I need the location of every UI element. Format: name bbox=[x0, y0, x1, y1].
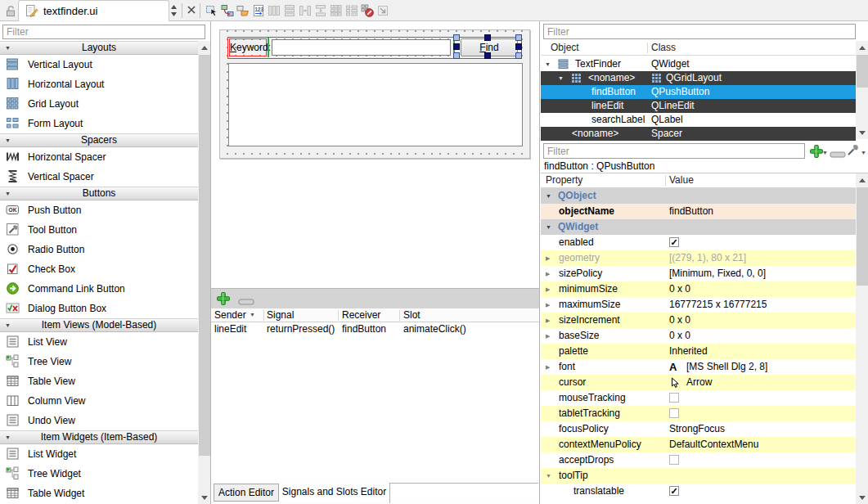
widgetbox-item[interactable]: Grid Layout bbox=[0, 94, 198, 114]
text-edit-area[interactable] bbox=[228, 63, 523, 146]
property-editor-scrollbar[interactable] bbox=[856, 173, 868, 504]
checkbox-checked-icon[interactable]: ✓ bbox=[669, 237, 679, 247]
property-expander-icon[interactable]: ▶ bbox=[546, 328, 550, 344]
edit-tab-order-icon[interactable]: 123 bbox=[251, 3, 266, 18]
property-value[interactable]: [MS Shell Dlg 2, 8] bbox=[686, 359, 767, 375]
widgetbox-item[interactable]: Dialog Button Box bbox=[0, 299, 198, 318]
object-inspector-header[interactable]: Object Class bbox=[541, 41, 856, 56]
widgetbox-item[interactable]: Vertical Layout bbox=[0, 55, 198, 74]
scrollbar-thumb[interactable] bbox=[857, 55, 868, 88]
property-row-translatable[interactable]: translatable✓ bbox=[541, 484, 856, 499]
section-header-item-widgets-item-based-[interactable]: ▼Item Widgets (Item-Based) bbox=[0, 430, 198, 444]
tab-signals-and-slots-editor[interactable]: Signals and Slots Editor bbox=[279, 484, 389, 502]
selection-mid-handle[interactable] bbox=[484, 34, 491, 41]
object-inspector-filter-input[interactable] bbox=[543, 24, 856, 39]
widgetbox-item[interactable]: Radio Button bbox=[0, 240, 198, 259]
section-header-spacers[interactable]: ▼Spacers bbox=[0, 133, 198, 147]
signals-column-sender[interactable]: Sender bbox=[214, 308, 246, 322]
signals-cell[interactable]: animateClick() bbox=[403, 322, 466, 335]
property-row-sizepolicy[interactable]: ▶sizePolicy[Minimum, Fixed, 0, 0] bbox=[541, 266, 856, 281]
signals-column-signal[interactable]: Signal bbox=[267, 308, 294, 322]
property-expander-icon[interactable]: ▼ bbox=[546, 468, 551, 484]
layout-horizontal-splitter-icon[interactable] bbox=[298, 3, 313, 18]
property-row-maximumsize[interactable]: ▶maximumSize16777215 x 16777215 bbox=[541, 297, 856, 313]
widgetbox-item[interactable]: Form Layout bbox=[0, 114, 198, 133]
signals-cell[interactable]: findButton bbox=[342, 322, 386, 335]
signals-table-header[interactable]: SenderSignalReceiverSlot▼ bbox=[211, 308, 539, 322]
close-icon[interactable] bbox=[186, 4, 197, 18]
configure-icon[interactable] bbox=[846, 143, 860, 160]
property-expander-icon[interactable]: ▶ bbox=[546, 266, 550, 281]
property-value[interactable]: 16777215 x 16777215 bbox=[669, 297, 767, 313]
signals-table-row[interactable]: lineEditreturnPressed()findButtonanimate… bbox=[211, 322, 539, 336]
property-row-enabled[interactable]: enabled✓ bbox=[541, 235, 856, 250]
tab-spin-icon[interactable] bbox=[169, 3, 178, 20]
break-layout-icon[interactable] bbox=[360, 3, 375, 18]
object-row-noname[interactable]: <noname>Spacer bbox=[541, 127, 856, 141]
checkbox-unchecked-icon[interactable] bbox=[669, 455, 679, 465]
scroll-up-icon[interactable] bbox=[198, 41, 211, 54]
property-row-sizeincrement[interactable]: ▶sizeIncrement0 x 0 bbox=[541, 313, 856, 328]
widgetbox-item[interactable]: OKPush Button bbox=[0, 200, 198, 220]
form-file-tab[interactable]: textfinder.ui bbox=[18, 0, 169, 21]
object-row-searchLabel[interactable]: searchLabelQLabel bbox=[541, 113, 856, 127]
property-value[interactable]: Inherited bbox=[669, 344, 708, 359]
object-row-noname[interactable]: ▼<noname>QGridLayout bbox=[541, 71, 856, 85]
widgetbox-item[interactable]: Tool Button bbox=[0, 220, 198, 240]
layout-vertical-icon[interactable] bbox=[282, 3, 297, 18]
section-header-buttons[interactable]: ▼Buttons bbox=[0, 187, 198, 200]
property-expander-icon[interactable]: ▶ bbox=[546, 359, 550, 375]
object-row-TextFinder[interactable]: ▼TextFinderQWidget bbox=[541, 57, 856, 71]
property-expander-icon[interactable]: ▶ bbox=[546, 281, 550, 297]
property-row-focuspolicy[interactable]: focusPolicyStrongFocus bbox=[541, 421, 856, 437]
widgetbox-item[interactable]: Vertical Spacer bbox=[0, 167, 198, 187]
property-value[interactable]: 0 x 0 bbox=[669, 328, 690, 344]
widgetbox-item[interactable]: Horizontal Layout bbox=[0, 74, 198, 94]
selection-mid-handle[interactable] bbox=[484, 52, 491, 59]
selection-corner-handle[interactable] bbox=[515, 34, 522, 41]
property-row-acceptdrops[interactable]: acceptDrops bbox=[541, 452, 856, 468]
signals-cell[interactable]: returnPressed() bbox=[267, 322, 335, 335]
property-value[interactable]: 0 x 0 bbox=[669, 313, 690, 328]
property-expander-icon[interactable]: ▶ bbox=[546, 313, 550, 328]
property-editor-header[interactable]: Property Value bbox=[541, 173, 856, 188]
widgetbox-item[interactable]: Tree Widget bbox=[0, 464, 198, 484]
selection-corner-handle[interactable] bbox=[453, 52, 460, 59]
adjust-size-icon[interactable] bbox=[376, 3, 390, 18]
form-textfinder[interactable]: Keyword:Find bbox=[219, 29, 530, 159]
dropdown-arrow-icon[interactable]: ▼ bbox=[861, 150, 866, 155]
layout-vertical-splitter-icon[interactable] bbox=[313, 3, 328, 18]
scroll-down-icon[interactable] bbox=[856, 126, 868, 139]
object-inspector-scrollbar[interactable] bbox=[856, 41, 868, 139]
widgetbox-filter-input[interactable] bbox=[2, 25, 205, 39]
widgetbox-item[interactable]: Undo View bbox=[0, 411, 198, 430]
line-edit[interactable] bbox=[272, 39, 451, 56]
scroll-down-icon[interactable] bbox=[856, 491, 868, 504]
layout-horizontal-icon[interactable] bbox=[267, 3, 281, 18]
property-row-geometry[interactable]: ▶geometry[(279, 1), 80 x 21] bbox=[541, 250, 856, 266]
widgetbox-scrollbar[interactable] bbox=[198, 41, 211, 504]
tab-action-editor[interactable]: Action Editor bbox=[214, 484, 279, 502]
property-row-mousetracking[interactable]: mouseTracking bbox=[541, 390, 856, 406]
add-connection-icon[interactable] bbox=[216, 291, 231, 308]
checkbox-unchecked-icon[interactable] bbox=[669, 408, 679, 418]
scroll-up-icon[interactable] bbox=[856, 41, 868, 54]
widgetbox-item[interactable]: Check Box bbox=[0, 259, 198, 279]
signals-column-receiver[interactable]: Receiver bbox=[342, 308, 380, 322]
widgetbox-item[interactable]: Table Widget bbox=[0, 484, 198, 503]
property-value[interactable]: DefaultContextMenu bbox=[669, 437, 758, 452]
edit-signals-slots-icon[interactable] bbox=[220, 3, 235, 18]
tree-expander-icon[interactable]: ▼ bbox=[558, 71, 564, 85]
property-group-qobject[interactable]: ▼QObject bbox=[541, 188, 856, 204]
property-row-minimumsize[interactable]: ▶minimumSize0 x 0 bbox=[541, 281, 856, 297]
layout-form-icon[interactable] bbox=[344, 3, 359, 18]
widgetbox-item[interactable]: Horizontal Spacer bbox=[0, 147, 198, 167]
selection-mid-handle[interactable] bbox=[453, 43, 460, 50]
checkbox-checked-icon[interactable]: ✓ bbox=[669, 486, 679, 496]
property-value[interactable]: [(279, 1), 80 x 21] bbox=[669, 250, 746, 266]
property-filter-input[interactable] bbox=[543, 143, 805, 159]
widgetbox-item[interactable]: List Widget bbox=[0, 444, 198, 464]
signals-cell[interactable]: lineEdit bbox=[214, 322, 246, 335]
property-row-tooltip[interactable]: ▼toolTip bbox=[541, 468, 856, 484]
group-expander-icon[interactable]: ▼ bbox=[546, 188, 551, 204]
